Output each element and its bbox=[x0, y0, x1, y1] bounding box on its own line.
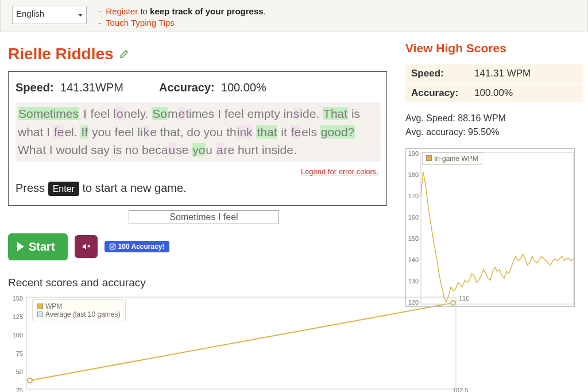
svg-text:180: 180 bbox=[408, 171, 419, 178]
svg-text:170: 170 bbox=[408, 193, 419, 199]
edit-icon[interactable] bbox=[119, 49, 129, 59]
language-select[interactable]: English bbox=[12, 6, 87, 24]
svg-text:150: 150 bbox=[13, 295, 23, 302]
accuracy-stat: Accuracy: 100.00% bbox=[159, 81, 266, 94]
svg-text:25: 25 bbox=[16, 387, 23, 393]
svg-text:102.5: 102.5 bbox=[452, 387, 469, 393]
start-button[interactable]: Start bbox=[8, 233, 68, 260]
typing-input[interactable] bbox=[129, 210, 279, 224]
svg-text:190: 190 bbox=[408, 150, 419, 157]
svg-rect-23 bbox=[421, 152, 574, 304]
svg-text:150: 150 bbox=[408, 235, 419, 242]
mute-button[interactable] bbox=[75, 235, 98, 258]
ingame-chart-legend: In-game WPM bbox=[422, 152, 482, 165]
touch-typing-tips-link[interactable]: Touch Typing Tips bbox=[106, 18, 175, 28]
check-badge-icon bbox=[109, 243, 116, 250]
top-links: - Register to keep track of your progres… bbox=[98, 6, 266, 29]
svg-text:130: 130 bbox=[408, 278, 419, 285]
table-row: Speed: 141.31 WPM bbox=[405, 64, 583, 84]
table-row: Accuracy: 100.00% bbox=[405, 84, 583, 103]
svg-text:120: 120 bbox=[408, 299, 419, 306]
svg-text:125: 125 bbox=[13, 313, 23, 320]
svg-text:160: 160 bbox=[408, 214, 419, 221]
top-bar: English - Register to keep track of your… bbox=[0, 0, 588, 32]
recent-scores-heading: Recent scores and accuracy bbox=[8, 276, 400, 289]
averages-block: Avg. Speed: 88.16 WPM Avg. accuracy: 95.… bbox=[405, 112, 583, 139]
typing-text: Sometimes I feel lonely. Sometimes I fee… bbox=[16, 102, 381, 162]
legend-error-colors-link[interactable]: Legend for error colors. bbox=[16, 167, 378, 176]
game-panel: Speed: 141.31WPM Accuracy: 100.00% Somet… bbox=[8, 71, 387, 206]
svg-text:100: 100 bbox=[13, 332, 23, 339]
register-link[interactable]: Register bbox=[106, 6, 138, 16]
enter-key-badge: Enter bbox=[48, 182, 79, 196]
ingame-wpm-chart: 190 180 170 160 150 140 130 120 In-game … bbox=[405, 148, 575, 307]
svg-text:50: 50 bbox=[16, 368, 23, 375]
language-select-value: English bbox=[16, 9, 44, 18]
svg-text:140: 140 bbox=[408, 256, 419, 263]
speaker-muted-icon bbox=[82, 242, 91, 251]
page-title: Rielle Riddles bbox=[8, 45, 400, 63]
svg-text:75: 75 bbox=[16, 350, 23, 357]
accuracy-100-badge[interactable]: 100 Accuracy! bbox=[105, 241, 169, 252]
recent-scores-chart: 150 125 100 75 50 25 110 102.5 bbox=[8, 293, 469, 393]
score-summary-table: Speed: 141.31 WPM Accuracy: 100.00% bbox=[405, 64, 583, 103]
svg-point-13 bbox=[28, 378, 32, 383]
view-high-scores-link[interactable]: View High Scores bbox=[405, 41, 583, 55]
recent-chart-legend: WPM Average (last 10 games) bbox=[32, 299, 126, 321]
play-icon bbox=[17, 242, 24, 251]
speed-stat: Speed: 141.31WPM bbox=[16, 81, 159, 94]
press-enter-hint: Press Enter to start a new game. bbox=[16, 182, 381, 195]
